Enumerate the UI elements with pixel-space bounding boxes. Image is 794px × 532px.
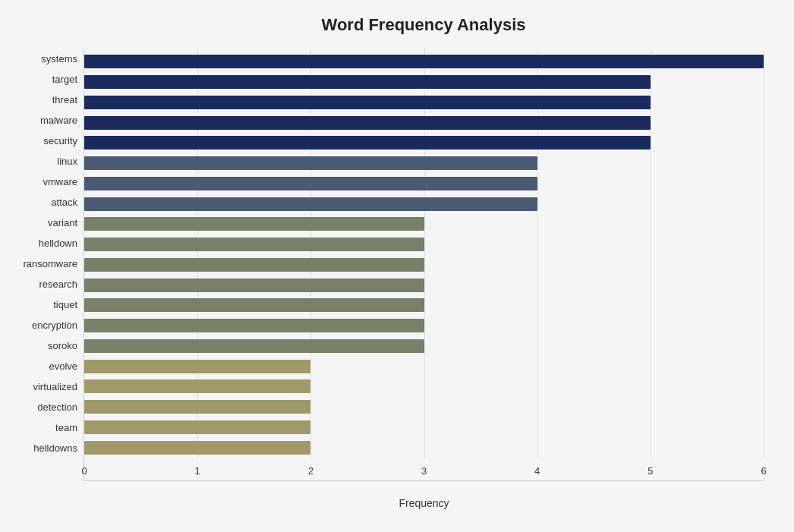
bar-row-linux <box>84 155 764 172</box>
y-label-detection: detection <box>8 398 83 417</box>
y-label-soroko: soroko <box>8 336 83 355</box>
y-label-variant: variant <box>8 213 83 232</box>
bar-helldowns <box>84 441 310 455</box>
chart-title: Word Frequency Analysis <box>8 15 764 35</box>
bar-virtualized <box>84 379 310 393</box>
plot-area: 0123456 Frequency <box>83 49 764 481</box>
grid-line-6 <box>764 49 764 458</box>
x-label-4: 4 <box>534 465 540 477</box>
bar-row-helldowns <box>84 439 764 456</box>
bar-malware <box>84 116 651 130</box>
bar-detection <box>84 400 310 414</box>
bar-evolve <box>84 360 310 373</box>
bars-area <box>84 49 764 480</box>
bar-systems <box>84 55 764 68</box>
bar-research <box>84 279 424 292</box>
y-label-ransomware: ransomware <box>8 254 83 273</box>
bar-variant <box>84 217 424 231</box>
x-label-1: 1 <box>195 465 200 477</box>
x-label-2: 2 <box>308 465 314 477</box>
bar-row-team <box>84 419 764 436</box>
y-labels: systemstargetthreatmalwaresecuritylinuxv… <box>8 49 83 481</box>
y-label-research: research <box>8 275 83 294</box>
bar-row-detection <box>84 398 764 415</box>
bar-row-ransomware <box>84 257 764 273</box>
y-label-target: target <box>8 70 83 89</box>
bar-row-helldown <box>84 236 764 253</box>
x-label-0: 0 <box>81 465 87 477</box>
bar-row-security <box>84 134 764 151</box>
bar-team <box>84 420 310 434</box>
chart-area: systemstargetthreatmalwaresecuritylinuxv… <box>8 49 764 481</box>
y-label-encryption: encryption <box>8 316 83 335</box>
y-label-helldown: helldown <box>8 234 83 253</box>
bar-soroko <box>84 339 424 353</box>
y-label-virtualized: virtualized <box>8 377 83 396</box>
bar-row-target <box>84 74 764 90</box>
bar-row-malware <box>84 115 764 131</box>
bar-encryption <box>84 319 424 332</box>
y-label-team: team <box>8 418 83 437</box>
y-label-evolve: evolve <box>8 357 83 376</box>
bar-row-encryption <box>84 317 764 334</box>
y-label-linux: linux <box>8 152 83 171</box>
y-label-malware: malware <box>8 111 83 130</box>
bar-threat <box>84 96 651 109</box>
bar-helldown <box>84 238 424 251</box>
bar-ransomware <box>84 258 424 272</box>
bar-row-variant <box>84 216 764 232</box>
x-label-5: 5 <box>647 465 653 477</box>
bar-attack <box>84 197 537 211</box>
bar-row-soroko <box>84 338 764 354</box>
x-axis-title: Frequency <box>84 497 764 509</box>
y-label-helldowns: helldowns <box>8 439 83 458</box>
y-label-security: security <box>8 131 83 150</box>
y-label-threat: threat <box>8 90 83 109</box>
bar-row-attack <box>84 196 764 212</box>
bar-row-systems <box>84 53 764 70</box>
x-label-3: 3 <box>421 465 427 477</box>
bar-row-research <box>84 277 764 294</box>
bar-row-evolve <box>84 358 764 375</box>
bar-row-vmware <box>84 175 764 192</box>
bar-target <box>84 75 651 89</box>
x-axis-labels: 0123456 <box>84 458 764 480</box>
bar-row-tiquet <box>84 297 764 313</box>
y-label-vmware: vmware <box>8 172 83 191</box>
y-label-attack: attack <box>8 193 83 212</box>
bar-tiquet <box>84 298 424 312</box>
y-label-tiquet: tiquet <box>8 295 83 314</box>
x-label-6: 6 <box>761 465 766 477</box>
y-label-systems: systems <box>8 49 83 68</box>
chart-container: Word Frequency Analysis systemstargetthr… <box>0 0 794 532</box>
bar-linux <box>84 156 537 170</box>
bar-row-threat <box>84 94 764 111</box>
bar-security <box>84 136 651 150</box>
bar-row-virtualized <box>84 378 764 395</box>
bar-vmware <box>84 177 537 190</box>
